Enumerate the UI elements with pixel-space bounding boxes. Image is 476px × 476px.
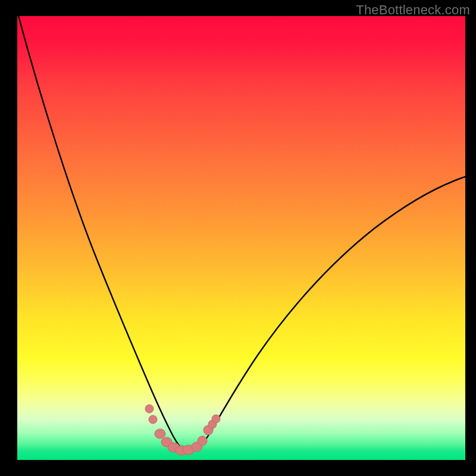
svg-point-2 xyxy=(155,429,165,439)
svg-point-0 xyxy=(145,405,154,413)
plot-area xyxy=(17,16,465,460)
curve-path xyxy=(18,16,465,451)
svg-point-1 xyxy=(149,415,157,424)
trough-markers xyxy=(145,405,220,455)
svg-point-11 xyxy=(212,415,220,423)
chart-frame: TheBottleneck.com xyxy=(0,0,476,476)
bottleneck-curve xyxy=(17,16,465,460)
watermark-text: TheBottleneck.com xyxy=(356,2,470,18)
svg-point-8 xyxy=(198,436,207,446)
